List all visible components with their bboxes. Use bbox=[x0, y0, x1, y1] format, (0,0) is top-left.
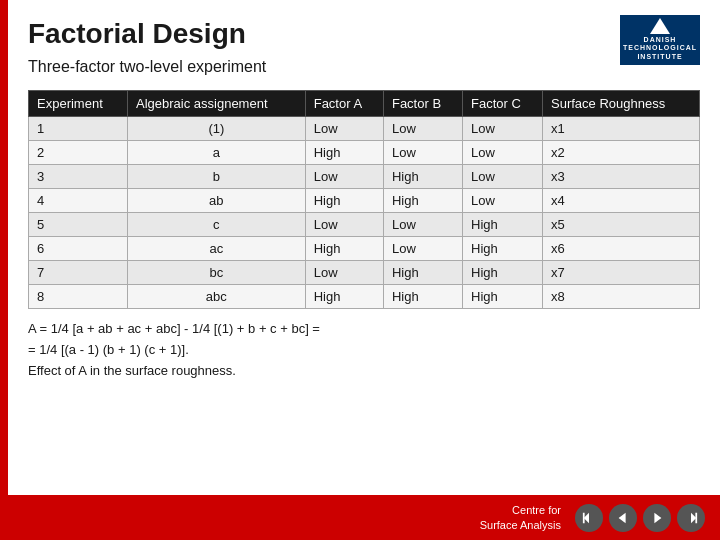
table-cell: High bbox=[463, 213, 543, 237]
table-row: 1(1)LowLowLowx1 bbox=[29, 117, 700, 141]
table-cell: Low bbox=[305, 261, 383, 285]
table-cell: Low bbox=[383, 141, 462, 165]
table-cell: c bbox=[128, 213, 306, 237]
table-cell: x2 bbox=[543, 141, 700, 165]
table-row: 5cLowLowHighx5 bbox=[29, 213, 700, 237]
bottom-right-text: Centre for Surface Analysis bbox=[480, 503, 561, 532]
col-header-factor-b: Factor B bbox=[383, 91, 462, 117]
formula-line3: Effect of A in the surface roughness. bbox=[28, 361, 700, 382]
table-cell: Low bbox=[305, 213, 383, 237]
col-header-factor-a: Factor A bbox=[305, 91, 383, 117]
formula-line2: = 1/4 [(a - 1) (b + 1) (c + 1)]. bbox=[28, 340, 700, 361]
table-cell: High bbox=[463, 285, 543, 309]
table-row: 7bcLowHighHighx7 bbox=[29, 261, 700, 285]
formula-section: A = 1/4 [a + ab + ac + abc] - 1/4 [(1) +… bbox=[28, 319, 700, 381]
table-cell: Low bbox=[383, 213, 462, 237]
page: DANISHTECHNOLOGICALINSTITUTE Factorial D… bbox=[0, 0, 720, 540]
nav-prev-icon bbox=[616, 511, 630, 525]
nav-prev-button[interactable] bbox=[609, 504, 637, 532]
table-cell: bc bbox=[128, 261, 306, 285]
nav-last-button[interactable] bbox=[677, 504, 705, 532]
table-cell: 4 bbox=[29, 189, 128, 213]
svg-marker-3 bbox=[654, 512, 661, 523]
table-cell: x1 bbox=[543, 117, 700, 141]
table-cell: High bbox=[383, 261, 462, 285]
main-content: Factorial Design Three-factor two-level … bbox=[8, 0, 720, 495]
col-header-experiment: Experiment bbox=[29, 91, 128, 117]
table-cell: abc bbox=[128, 285, 306, 309]
left-bar bbox=[0, 0, 8, 540]
table-cell: x5 bbox=[543, 213, 700, 237]
table-cell: 1 bbox=[29, 117, 128, 141]
table-cell: 6 bbox=[29, 237, 128, 261]
table-cell: 2 bbox=[29, 141, 128, 165]
table-row: 2aHighLowLowx2 bbox=[29, 141, 700, 165]
page-subtitle: Three-factor two-level experiment bbox=[28, 58, 700, 76]
table-cell: High bbox=[383, 285, 462, 309]
table-cell: High bbox=[463, 261, 543, 285]
svg-rect-5 bbox=[695, 512, 697, 523]
table-cell: High bbox=[305, 285, 383, 309]
col-header-roughness: Surface Roughness bbox=[543, 91, 700, 117]
table-cell: High bbox=[305, 237, 383, 261]
nav-first-button[interactable] bbox=[575, 504, 603, 532]
table-cell: x6 bbox=[543, 237, 700, 261]
col-header-algebraic: Algebraic assignement bbox=[128, 91, 306, 117]
table-cell: High bbox=[305, 141, 383, 165]
table-cell: 5 bbox=[29, 213, 128, 237]
table-cell: Low bbox=[305, 117, 383, 141]
table-row: 4abHighHighLowx4 bbox=[29, 189, 700, 213]
table-row: 3bLowHighLowx3 bbox=[29, 165, 700, 189]
table-cell: Low bbox=[463, 141, 543, 165]
table-cell: x7 bbox=[543, 261, 700, 285]
formula-line1: A = 1/4 [a + ab + ac + abc] - 1/4 [(1) +… bbox=[28, 319, 700, 340]
table-cell: ab bbox=[128, 189, 306, 213]
nav-first-icon bbox=[582, 511, 596, 525]
table-cell: High bbox=[305, 189, 383, 213]
bottom-label2: Surface Analysis bbox=[480, 518, 561, 532]
table-cell: Low bbox=[463, 189, 543, 213]
col-header-factor-c: Factor C bbox=[463, 91, 543, 117]
table-cell: High bbox=[463, 237, 543, 261]
table-cell: x3 bbox=[543, 165, 700, 189]
table-cell: x4 bbox=[543, 189, 700, 213]
table-cell: a bbox=[128, 141, 306, 165]
bottom-label1: Centre for bbox=[480, 503, 561, 517]
table-cell: b bbox=[128, 165, 306, 189]
table-cell: Low bbox=[383, 117, 462, 141]
table-row: 8abcHighHighHighx8 bbox=[29, 285, 700, 309]
table-cell: High bbox=[383, 189, 462, 213]
table-cell: 7 bbox=[29, 261, 128, 285]
table-cell: High bbox=[383, 165, 462, 189]
nav-last-icon bbox=[684, 511, 698, 525]
svg-marker-2 bbox=[619, 512, 626, 523]
table-cell: 8 bbox=[29, 285, 128, 309]
table-cell: Low bbox=[463, 117, 543, 141]
table-cell: Low bbox=[463, 165, 543, 189]
table-header-row: Experiment Algebraic assignement Factor … bbox=[29, 91, 700, 117]
table-cell: x8 bbox=[543, 285, 700, 309]
table-cell: ac bbox=[128, 237, 306, 261]
table-cell: Low bbox=[305, 165, 383, 189]
bottom-bar: Centre for Surface Analysis bbox=[8, 495, 720, 540]
table-row: 6acHighLowHighx6 bbox=[29, 237, 700, 261]
nav-next-button[interactable] bbox=[643, 504, 671, 532]
svg-rect-1 bbox=[583, 512, 585, 523]
table-cell: Low bbox=[383, 237, 462, 261]
table-cell: 3 bbox=[29, 165, 128, 189]
nav-next-icon bbox=[650, 511, 664, 525]
table-cell: (1) bbox=[128, 117, 306, 141]
experiment-table: Experiment Algebraic assignement Factor … bbox=[28, 90, 700, 309]
page-title: Factorial Design bbox=[28, 18, 700, 50]
